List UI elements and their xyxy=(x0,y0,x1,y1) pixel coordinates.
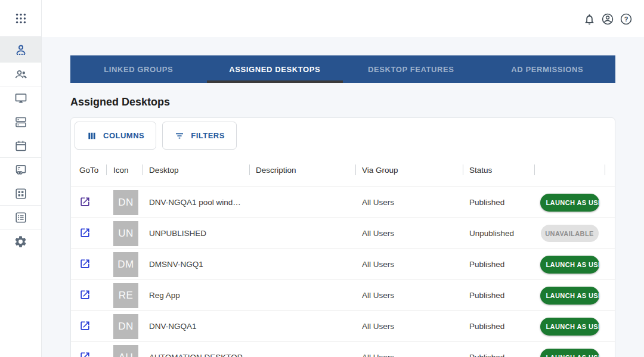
sidebar-item-desktops[interactable] xyxy=(0,86,41,110)
desktop-initials-avatar: DN xyxy=(113,190,138,215)
list-icon xyxy=(14,210,28,225)
open-in-new-icon[interactable] xyxy=(79,351,91,357)
launch-as-user-button[interactable]: LAUNCH AS USER xyxy=(540,256,599,274)
table-row: AU AUTOMATION DESKTOP All Users Publishe… xyxy=(71,342,615,357)
via-group-cell: All Users xyxy=(355,322,463,331)
desktop-name: DNV-NGQA1 pool wind… xyxy=(142,198,249,207)
table-header-row: GoTo Icon Desktop Description Via Group … xyxy=(71,153,615,187)
page-title: Assigned Desktops xyxy=(70,96,170,108)
column-header-description: Description xyxy=(249,153,355,187)
sidebar-item-schedule[interactable] xyxy=(0,134,41,158)
sidebar-item-applications[interactable] xyxy=(0,182,41,206)
tab-ad-permissions[interactable]: AD PERMISSIONS xyxy=(479,55,616,83)
sidebar-item-settings[interactable] xyxy=(0,229,41,253)
table-toolbar: COLUMNS FILTERS xyxy=(71,118,615,153)
via-group-cell: All Users xyxy=(355,260,463,269)
via-group-cell: All Users xyxy=(355,198,463,207)
tab-linked-groups[interactable]: LINKED GROUPS xyxy=(70,55,207,83)
widgets-grid-icon xyxy=(14,187,28,201)
tab-assigned-desktops[interactable]: ASSIGNED DESKTOPS xyxy=(207,55,343,83)
launch-as-user-button[interactable]: LAUNCH AS USER xyxy=(540,287,599,305)
sidebar-item-servers[interactable] xyxy=(0,110,41,134)
open-in-new-icon[interactable] xyxy=(79,227,91,238)
unavailable-button[interactable]: UNAVAILABLE xyxy=(541,225,599,242)
open-in-new-icon[interactable] xyxy=(79,196,91,207)
via-group-cell: All Users xyxy=(355,291,463,300)
table-row: DM DMSNV-NGQ1 All Users Published LAUNCH… xyxy=(71,249,615,280)
column-header-desktop: Desktop xyxy=(142,153,249,187)
desktop-name: DMSNV-NGQ1 xyxy=(142,260,249,269)
tab-desktop-features[interactable]: DESKTOP FEATURES xyxy=(343,55,479,83)
desktop-name: Reg App xyxy=(142,291,249,300)
tab-bar: LINKED GROUPS ASSIGNED DESKTOPS DESKTOP … xyxy=(70,55,615,83)
assigned-desktops-card: COLUMNS FILTERS GoTo Icon Desktop Descri… xyxy=(70,117,615,357)
via-group-cell: All Users xyxy=(355,353,463,357)
account-circle-icon xyxy=(601,13,614,26)
svg-text:?: ? xyxy=(624,15,628,23)
server-stack-icon xyxy=(14,115,28,129)
person-icon xyxy=(14,43,28,57)
column-header-goto: GoTo xyxy=(71,153,106,187)
sidebar-item-logs[interactable] xyxy=(0,206,41,229)
help-button[interactable]: ? xyxy=(619,12,633,26)
sidebar-item-user[interactable] xyxy=(0,37,41,63)
sidebar xyxy=(0,0,42,357)
table-row: UN UNPUBLISHED All Users Unpublished UNA… xyxy=(71,218,615,249)
apps-launcher-button[interactable] xyxy=(0,0,41,37)
sidebar-item-assignments[interactable] xyxy=(0,158,41,182)
desktop-initials-avatar: DM xyxy=(113,252,138,277)
help-icon: ? xyxy=(620,13,633,26)
via-group-cell: All Users xyxy=(355,229,463,238)
desktop-initials-avatar: UN xyxy=(113,221,138,246)
column-header-spacer xyxy=(605,153,615,187)
status-cell: Unpublished xyxy=(463,229,534,238)
open-in-new-icon[interactable] xyxy=(79,258,91,269)
launch-as-user-button[interactable]: LAUNCH AS USER xyxy=(540,194,599,212)
column-header-icon: Icon xyxy=(106,153,142,187)
columns-icon xyxy=(86,131,97,141)
status-cell: Published xyxy=(463,260,534,269)
column-header-via-group: Via Group xyxy=(355,153,463,187)
open-in-new-icon[interactable] xyxy=(79,320,91,331)
column-header-status: Status xyxy=(463,153,534,187)
filters-button[interactable]: FILTERS xyxy=(162,122,237,150)
top-bar: ? xyxy=(0,0,644,37)
people-group-icon xyxy=(14,67,28,82)
notification-bell-button[interactable] xyxy=(582,12,596,26)
columns-button-label: COLUMNS xyxy=(103,131,144,140)
account-button[interactable] xyxy=(600,12,615,26)
launch-as-user-button[interactable]: LAUNCH AS USER xyxy=(540,318,599,336)
sidebar-item-groups[interactable] xyxy=(0,63,41,86)
column-header-actions xyxy=(534,153,605,187)
launch-as-user-button[interactable]: LAUNCH AS USER xyxy=(540,349,599,357)
table-row: DN DNV-NGQA1 pool wind… All Users Publis… xyxy=(71,187,615,218)
desktop-initials-avatar: AU xyxy=(113,345,138,357)
card-link-icon xyxy=(14,163,28,177)
table-row: DN DNV-NGQA1 All Users Published LAUNCH … xyxy=(71,311,615,342)
desktop-name: AUTOMATION DESKTOP xyxy=(142,353,249,357)
desktop-initials-avatar: RE xyxy=(113,283,138,308)
status-cell: Published xyxy=(463,322,534,331)
status-cell: Published xyxy=(463,353,534,357)
status-cell: Published xyxy=(463,198,534,207)
columns-button[interactable]: COLUMNS xyxy=(75,122,156,150)
apps-grid-icon xyxy=(14,12,27,25)
filters-button-label: FILTERS xyxy=(191,131,225,140)
desktop-name: UNPUBLISHED xyxy=(142,229,249,238)
desktop-name: DNV-NGQA1 xyxy=(142,322,249,331)
bell-icon xyxy=(583,13,596,26)
table-row: RE Reg App All Users Published LAUNCH AS… xyxy=(71,280,615,311)
status-cell: Published xyxy=(463,291,534,300)
desktop-initials-avatar: DN xyxy=(113,314,138,339)
open-in-new-icon[interactable] xyxy=(79,289,91,300)
filter-icon xyxy=(174,131,185,141)
gear-icon xyxy=(14,235,27,249)
topbar-icon-group: ? xyxy=(582,12,633,26)
calendar-icon xyxy=(14,139,28,153)
desktop-monitor-icon xyxy=(14,91,28,105)
